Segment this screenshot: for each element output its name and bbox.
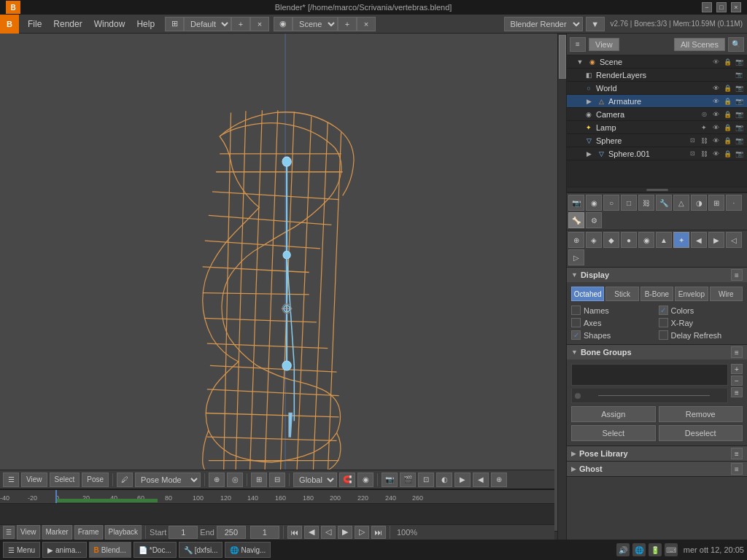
pose-menu-btn[interactable]: Pose <box>82 472 109 487</box>
blender-logo[interactable]: B <box>0 15 19 34</box>
timeline-playhead[interactable] <box>55 490 57 504</box>
render2-icon[interactable]: 🎬 <box>400 472 416 487</box>
menu-file[interactable]: File <box>22 15 47 34</box>
workspace-remove[interactable]: × <box>250 17 269 31</box>
taskbar-item-anima[interactable]: ▶ anima... <box>42 542 87 558</box>
end-frame-input[interactable]: 250 <box>217 526 246 539</box>
play-reverse-btn[interactable]: ◁ <box>321 526 336 539</box>
prop-texture-icon[interactable]: ⊞ <box>708 195 724 211</box>
prop-extra10[interactable]: ◁ <box>726 232 742 248</box>
tree-item-sphere[interactable]: ▽ Sphere ⊡ ⛓ 👁 🔒 📷 <box>567 134 747 147</box>
sphere-lock[interactable]: 🔒 <box>722 136 732 146</box>
prop-extra1[interactable]: ⊕ <box>568 232 584 248</box>
menu-help[interactable]: Help <box>131 15 160 34</box>
world-vis[interactable]: 👁 <box>711 83 721 93</box>
prop-extra11[interactable]: ▷ <box>568 249 584 265</box>
cb-names-box[interactable] <box>571 306 581 315</box>
prop-constraints-icon[interactable]: ⛓ <box>638 195 654 211</box>
s001-mesh[interactable]: ⊡ <box>687 149 697 159</box>
workspace-icon[interactable]: ⊞ <box>165 17 184 31</box>
workspace-add[interactable]: + <box>231 17 250 31</box>
pivot-icon[interactable]: ◎ <box>227 472 243 487</box>
scene-remove[interactable]: × <box>357 17 376 31</box>
jump-start-btn[interactable]: ⏮ <box>287 526 302 539</box>
tl-view-btn[interactable]: View <box>17 525 40 540</box>
tree-item-sphere001[interactable]: ▶ ▽ Sphere.001 ⊡ ⛓ 👁 🔒 📷 <box>567 147 747 160</box>
s001-vis[interactable]: 👁 <box>711 149 721 159</box>
sphere-mesh[interactable]: ⊡ <box>687 136 697 146</box>
next-frame-btn[interactable]: ▷ <box>355 526 369 539</box>
tl-menu-icon[interactable]: ☰ <box>3 526 15 539</box>
scene-vis[interactable]: 👁 <box>711 57 721 67</box>
current-frame-input[interactable]: 1 <box>250 526 279 539</box>
tree-item-armature[interactable]: ▶ △ Armature 👁 🔒 📷 <box>567 95 747 108</box>
world-lock[interactable]: 🔒 <box>722 83 732 93</box>
tab-octahed[interactable]: Octahed <box>571 287 604 301</box>
assign-button[interactable]: Assign <box>571 406 656 422</box>
minimize-button[interactable]: − <box>702 2 712 12</box>
cb-shapes-box[interactable] <box>571 330 581 340</box>
prop-world-icon[interactable]: ○ <box>603 195 619 211</box>
prop-extra7[interactable]: ✦ <box>673 232 689 248</box>
bg-menu-btn[interactable]: ≡ <box>731 387 743 397</box>
prop-extra8[interactable]: ◀ <box>691 232 707 248</box>
timeline-content[interactable] <box>0 504 554 524</box>
prop-particles-icon[interactable]: · <box>726 195 742 211</box>
sphere-render[interactable]: 📷 <box>734 136 744 146</box>
prop-extra3[interactable]: ◆ <box>603 232 619 248</box>
prop-physics-icon[interactable]: ⚙ <box>586 212 602 228</box>
ghost-menu[interactable]: ≡ <box>731 463 743 475</box>
scene-lock[interactable]: 🔒 <box>722 57 732 67</box>
tab-wire[interactable]: Wire <box>710 287 743 301</box>
cb-axes-box[interactable] <box>571 318 581 327</box>
anim2-icon[interactable]: ◀ <box>473 472 489 487</box>
prop-extra5[interactable]: ◉ <box>638 232 654 248</box>
view-menu-btn[interactable]: View <box>21 472 47 487</box>
play-btn[interactable]: ▶ <box>338 526 352 539</box>
lamp-lock[interactable]: 🔒 <box>722 122 732 133</box>
remove-button[interactable]: Remove <box>659 406 743 422</box>
menu-window[interactable]: Window <box>88 15 131 34</box>
cam-vis[interactable]: 👁 <box>711 109 721 120</box>
scene-icon[interactable]: ◉ <box>274 17 293 31</box>
tree-item-renderlayers[interactable]: ◧ RenderLayers 📷 <box>567 69 747 82</box>
rl-camera-icon[interactable]: 📷 <box>734 70 744 80</box>
tree-expand-scene[interactable]: ▼ <box>575 57 585 67</box>
world-render[interactable]: 📷 <box>734 83 744 93</box>
cam-render[interactable]: 📷 <box>734 109 744 120</box>
arm-render[interactable]: 📷 <box>734 96 744 106</box>
prop-extra9[interactable]: ▶ <box>708 232 724 248</box>
transform-orient-icon[interactable]: ⊕ <box>209 472 225 487</box>
render3-icon[interactable]: ⊡ <box>418 472 434 487</box>
s001-lock[interactable]: 🔒 <box>722 149 732 159</box>
layer-icon2[interactable]: ⊟ <box>269 472 285 487</box>
window-controls[interactable]: − □ × <box>702 2 741 12</box>
bg-remove-btn[interactable]: − <box>731 376 743 386</box>
tl-frame-btn[interactable]: Frame <box>74 525 103 540</box>
render1-icon[interactable]: 📷 <box>382 472 398 487</box>
tree-item-lamp[interactable]: ✦ Lamp ✦ 👁 🔒 📷 <box>567 121 747 134</box>
snap-icon[interactable]: 🧲 <box>339 472 355 487</box>
anim3-icon[interactable]: ⊕ <box>491 472 507 487</box>
taskbar-item-blend[interactable]: B Blend... <box>89 542 131 558</box>
layer-icon[interactable]: ⊞ <box>251 472 267 487</box>
prop-extra6[interactable]: ▲ <box>656 232 672 248</box>
proportional-icon[interactable]: ◉ <box>357 472 374 487</box>
tab-bbone[interactable]: B-Bone <box>640 287 673 301</box>
cam-restrict[interactable]: ◎ <box>699 109 709 120</box>
cb-xray-box[interactable] <box>659 318 668 327</box>
bg-color-dot[interactable] <box>575 393 581 399</box>
start-frame-input[interactable]: 1 <box>169 526 198 539</box>
render-engine-select[interactable]: Blender Render <box>504 17 583 31</box>
lamp-render[interactable]: 📷 <box>734 122 744 133</box>
prop-material-icon[interactable]: ◑ <box>691 195 707 211</box>
workspace-select[interactable]: Default <box>184 17 231 31</box>
bone-groups-list[interactable] <box>571 364 728 386</box>
ghost-header[interactable]: ▶ Ghost ≡ <box>567 462 747 476</box>
tab-all-scenes[interactable]: All Scenes <box>674 38 725 51</box>
anim1-icon[interactable]: ▶ <box>454 472 471 487</box>
scrollbar-thumb-v[interactable] <box>559 35 566 79</box>
close-button[interactable]: × <box>731 2 741 12</box>
bone-groups-header[interactable]: ▼ Bone Groups ≡ <box>567 345 747 359</box>
s001-link[interactable]: ⛓ <box>699 149 709 159</box>
